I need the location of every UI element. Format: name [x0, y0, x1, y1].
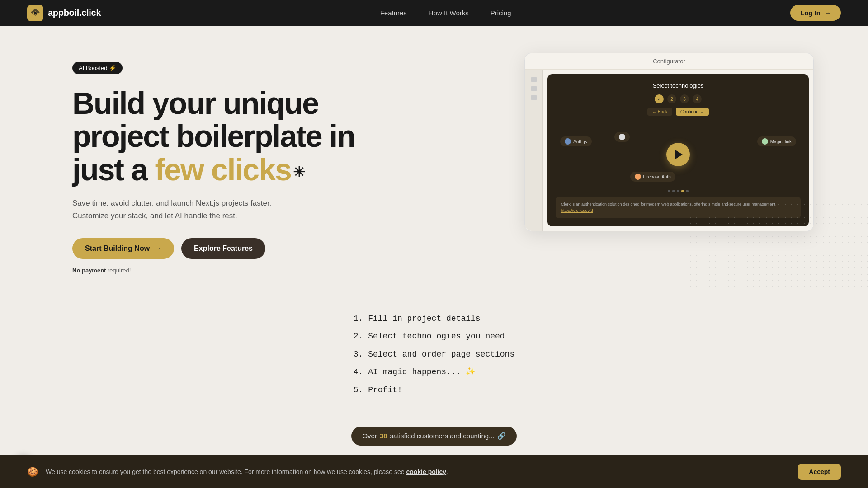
- step-item-3: 3. Select and order page sections: [354, 346, 514, 364]
- svg-point-1: [34, 12, 37, 14]
- how-it-works-section: 1. Fill in project details 2. Select tec…: [0, 292, 868, 418]
- hero-buttons: Start Building Now → Explore Features: [72, 238, 380, 259]
- step-item-5: 5. Profit!: [354, 381, 514, 399]
- nav-features[interactable]: Features: [380, 9, 407, 17]
- nav-pricing[interactable]: Pricing: [491, 9, 511, 17]
- tech-node-authjs: Auth.js: [560, 136, 592, 146]
- config-continue-button[interactable]: Continue →: [676, 108, 709, 116]
- play-button[interactable]: [666, 143, 690, 166]
- config-steps-row: ✓ 2 3 4: [556, 94, 801, 103]
- configurator-body: Select technologies ✓ 2 3 4 ← Back: [525, 70, 813, 231]
- hero-left: AI Boosted ⚡ Build your unique project b…: [72, 57, 380, 274]
- tech-node-firebase: Firebase Auth: [630, 172, 675, 182]
- explore-features-button[interactable]: Explore Features: [181, 238, 265, 259]
- login-button[interactable]: Log In →: [790, 5, 841, 21]
- config-inner-title: Select technologies: [556, 82, 801, 89]
- step-item-1: 1. Fill in project details: [354, 310, 514, 328]
- logo-text: appboil.click: [48, 8, 101, 18]
- tech-node-user: [614, 132, 630, 142]
- sidebar-item-3: [531, 95, 537, 100]
- customer-count: 38: [380, 432, 387, 440]
- navbar: appboil.click Features How It Works Pric…: [0, 0, 868, 26]
- cookie-accept-button[interactable]: Accept: [798, 464, 841, 480]
- social-proof-badge: Over 38 satisfied customers and counting…: [351, 427, 516, 446]
- configurator-main: Select technologies ✓ 2 3 4 ← Back: [543, 70, 813, 231]
- magic-link-icon: [762, 138, 768, 145]
- hero-section: AI Boosted ⚡ Build your unique project b…: [0, 26, 868, 292]
- dot-3: [677, 190, 679, 192]
- login-arrow-icon: →: [824, 9, 831, 17]
- cookie-text: We use cookies to ensure you get the bes…: [46, 467, 791, 477]
- hero-subtitle: Save time, avoid clutter, and launch Nex…: [72, 197, 307, 221]
- hero-headline: Build your unique project boilerplate in…: [72, 87, 380, 186]
- config-back-button[interactable]: ← Back: [647, 108, 672, 116]
- play-triangle-icon: [675, 150, 683, 159]
- cookie-banner: 🍪 We use cookies to ensure you get the b…: [0, 455, 868, 488]
- steps-list: 1. Fill in project details 2. Select tec…: [354, 310, 514, 399]
- nav-how-it-works[interactable]: How It Works: [429, 9, 469, 17]
- step-4: 4: [693, 94, 702, 103]
- configurator-inner: Select technologies ✓ 2 3 4 ← Back: [547, 74, 809, 226]
- authjs-icon: [565, 138, 571, 145]
- step-item-2: 2. Select technologies you need: [354, 328, 514, 346]
- dot-2: [672, 190, 675, 192]
- dot-5: [686, 190, 689, 192]
- configurator-titlebar: Configurator: [525, 53, 813, 70]
- cookie-policy-link[interactable]: cookie policy: [406, 468, 446, 475]
- ai-badge: AI Boosted ⚡: [72, 62, 123, 74]
- config-description-box: Clerk is an authentication solution desi…: [556, 197, 801, 218]
- config-nav-buttons: ← Back Continue →: [556, 108, 801, 116]
- link-icon: 🔗: [497, 432, 506, 440]
- sidebar-item-1: [531, 77, 537, 82]
- dot-4: [681, 190, 684, 192]
- user-icon: [619, 134, 625, 140]
- step-item-4: 4. AI magic happens... ✨: [354, 363, 514, 381]
- configurator-preview: Configurator Select technologies: [524, 53, 814, 231]
- cookie-icon: 🍪: [27, 466, 38, 477]
- dot-1: [668, 190, 670, 192]
- arrow-right-icon: →: [154, 244, 161, 253]
- step-2: 2: [667, 94, 676, 103]
- no-payment-text: No payment required!: [72, 267, 380, 274]
- start-building-button[interactable]: Start Building Now →: [72, 238, 174, 259]
- logo-link[interactable]: appboil.click: [27, 5, 101, 21]
- configurator-card: Configurator Select technologies: [524, 53, 814, 231]
- sidebar-item-2: [531, 86, 537, 91]
- configurator-sidebar: [525, 70, 543, 231]
- tech-node-magiclink: Magic_link: [757, 136, 796, 146]
- logo-icon: [27, 5, 43, 21]
- cursor-icon: ✳: [293, 164, 304, 180]
- step-3: 3: [680, 94, 689, 103]
- step-1: ✓: [655, 94, 664, 103]
- config-dots: [556, 190, 801, 192]
- config-desc-link[interactable]: https://clerk.dev/d: [561, 208, 593, 213]
- nav-links: Features How It Works Pricing: [380, 9, 511, 17]
- firebase-icon: [635, 174, 641, 180]
- config-video-area: Auth.js Firebase Auth: [556, 123, 801, 186]
